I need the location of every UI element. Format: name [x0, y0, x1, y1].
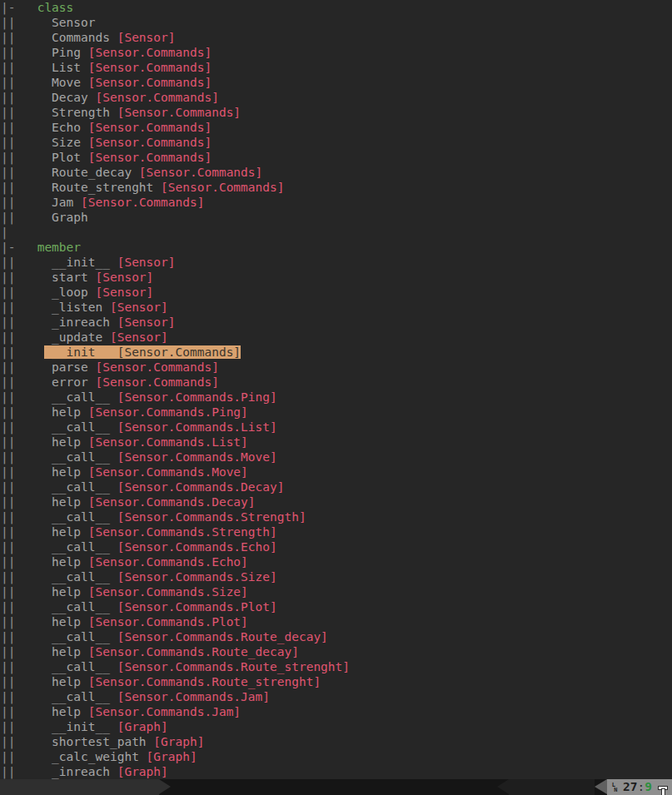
tag-name: List — [52, 61, 81, 74]
fold-marker: |- — [1, 1, 37, 14]
tag-row[interactable]: || Commands [Sensor] — [1, 30, 672, 45]
tag-row[interactable]: || Route_decay [Sensor.Commands] — [1, 165, 672, 180]
tag-scope: [Sensor.Commands.Jam] — [81, 705, 241, 718]
tag-row[interactable]: || help [Sensor.Commands.Size] — [1, 584, 672, 599]
tag-scope: [Sensor.Commands.List] — [81, 435, 248, 449]
tag-name: Jam — [52, 196, 73, 209]
tag-scope: [Sensor.Commands.Echo] — [81, 555, 248, 569]
fold-marker: || — [1, 510, 52, 524]
tag-row[interactable]: || Size [Sensor.Commands] — [1, 135, 672, 150]
tag-row[interactable]: || Sensor — [1, 15, 672, 30]
fold-marker: || — [1, 91, 52, 104]
tag-row[interactable]: || Graph — [1, 210, 672, 225]
fold-marker: || — [1, 46, 52, 59]
tag-row[interactable]: || __call__ [Sensor.Commands.List] — [1, 420, 672, 435]
fold-marker: || — [1, 76, 52, 89]
tag-name: help — [52, 705, 81, 718]
tag-name: _update — [52, 330, 102, 344]
tag-row[interactable]: || Strength [Sensor.Commands] — [1, 105, 672, 120]
tag-scope: [Sensor.Commands] — [81, 76, 212, 89]
tag-scope: [Sensor.Commands.Decay] — [110, 480, 285, 494]
tag-scope: [Sensor.Commands.Plot] — [110, 600, 277, 614]
tag-scope: [Sensor.Commands.Route_decay] — [81, 645, 299, 658]
tag-name: parse — [52, 360, 88, 374]
tag-row[interactable]: || __call__ [Sensor.Commands.Route_stren… — [1, 659, 672, 674]
tag-scope: [Sensor] — [110, 316, 176, 329]
tag-name: Strength — [52, 106, 110, 119]
tag-row[interactable]: || __call__ [Sensor.Commands.Route_decay… — [1, 629, 672, 644]
fold-marker: || — [1, 211, 52, 224]
tag-row[interactable]: || help [Sensor.Commands.Route_strenght] — [1, 674, 672, 689]
fold-marker: || — [1, 435, 52, 449]
fold-marker: || — [1, 555, 52, 569]
tag-row[interactable]: || help [Sensor.Commands.List] — [1, 435, 672, 450]
tag-name: Move — [52, 76, 81, 89]
tag-row-selected[interactable]: || __init__ [Sensor.Commands] — [1, 345, 672, 360]
tag-row[interactable]: || help [Sensor.Commands.Strength] — [1, 524, 672, 539]
tag-row[interactable]: || help [Sensor.Commands.Echo] — [1, 554, 672, 569]
tag-row[interactable]: || _calc_weight [Graph] — [1, 749, 672, 764]
fold-marker: || — [1, 600, 52, 614]
fold-marker: || — [1, 390, 52, 404]
tag-row[interactable]: || help [Sensor.Commands.Jam] — [1, 704, 672, 719]
tag-scope: [Sensor.Commands.Plot] — [81, 615, 248, 629]
tag-name: Sensor — [52, 16, 95, 29]
tag-row[interactable]: || Echo [Sensor.Commands] — [1, 120, 672, 135]
tag-row[interactable]: || _loop [Sensor] — [1, 285, 672, 300]
tag-row[interactable]: || Jam [Sensor.Commands] — [1, 195, 672, 210]
tag-row[interactable]: || Ping [Sensor.Commands] — [1, 45, 672, 60]
fold-marker: || — [1, 345, 44, 359]
tag-name: help — [52, 435, 81, 449]
tag-row[interactable]: || help [Sensor.Commands.Route_decay] — [1, 644, 672, 659]
tag-name: Graph — [52, 211, 88, 224]
tag-row[interactable]: || _inreach [Graph] — [1, 764, 672, 779]
tag-row[interactable]: || _listen [Sensor] — [1, 300, 672, 315]
tag-row[interactable]: || __call__ [Sensor.Commands.Strength] — [1, 509, 672, 524]
tag-row[interactable]: || __call__ [Sensor.Commands.Size] — [1, 569, 672, 584]
tag-row[interactable]: || __call__ [Sensor.Commands.Ping] — [1, 390, 672, 405]
fold-marker: || — [1, 256, 52, 269]
tag-scope: [Sensor] — [102, 301, 168, 314]
tag-scope: [Sensor.Commands] — [73, 196, 204, 209]
tag-kind-row[interactable]: |- member — [1, 240, 672, 255]
tag-scope: [Sensor.Commands.Size] — [110, 570, 277, 584]
fold-marker: || — [1, 480, 52, 494]
tag-row[interactable]: || _update [Sensor] — [1, 330, 672, 345]
tag-row[interactable]: || Route_strenght [Sensor.Commands] — [1, 180, 672, 195]
tag-row[interactable]: || help [Sensor.Commands.Move] — [1, 465, 672, 479]
tag-name: Echo — [52, 121, 81, 134]
tag-row[interactable]: || __init__ [Graph] — [1, 719, 672, 734]
tag-row[interactable]: || help [Sensor.Commands.Plot] — [1, 614, 672, 629]
tag-row[interactable]: || _inreach [Sensor] — [1, 315, 672, 330]
tag-scope: [Sensor] — [110, 256, 176, 269]
tag-kind-row[interactable]: |- class — [1, 0, 672, 15]
tag-name: error — [52, 375, 88, 389]
tag-row[interactable]: || Decay [Sensor.Commands] — [1, 90, 672, 105]
tag-name: _inreach — [52, 765, 110, 778]
fold-marker: || — [1, 196, 52, 209]
tag-row[interactable]: || __call__ [Sensor.Commands.Plot] — [1, 599, 672, 614]
fold-marker: || — [1, 420, 52, 434]
tag-row[interactable]: || __init__ [Sensor] — [1, 255, 672, 270]
tag-row[interactable]: || shortest_path [Graph] — [1, 734, 672, 749]
tag-row[interactable]: || error [Sensor.Commands] — [1, 375, 672, 390]
tag-row[interactable]: || __call__ [Sensor.Commands.Echo] — [1, 539, 672, 554]
tag-row[interactable]: || help [Sensor.Commands.Decay] — [1, 494, 672, 509]
fold-marker: || — [1, 735, 52, 748]
tag-row[interactable]: || start [Sensor] — [1, 270, 672, 285]
tag-name: help — [52, 675, 81, 688]
tag-name: help — [52, 585, 81, 599]
position-separator: : — [638, 779, 645, 795]
tag-row[interactable]: || __call__ [Sensor.Commands.Move] — [1, 450, 672, 465]
tag-row[interactable]: || parse [Sensor.Commands] — [1, 360, 672, 375]
tag-scope: [Sensor.Commands.Route_strenght] — [110, 660, 350, 673]
tag-row[interactable]: || help [Sensor.Commands.Ping] — [1, 405, 672, 420]
tag-row[interactable]: || __call__ [Sensor.Commands.Jam] — [1, 689, 672, 704]
tag-row[interactable]: || List [Sensor.Commands] — [1, 60, 672, 75]
tag-row[interactable]: || Plot [Sensor.Commands] — [1, 150, 672, 165]
tag-scope: [Sensor.Commands.Strength] — [110, 510, 306, 524]
tag-row[interactable]: || Move [Sensor.Commands] — [1, 75, 672, 90]
tag-scope: [Sensor.Commands.Strength] — [81, 525, 277, 539]
tag-scope: [Sensor.Commands] — [81, 46, 212, 59]
tag-row[interactable]: || __call__ [Sensor.Commands.Decay] — [1, 479, 672, 494]
